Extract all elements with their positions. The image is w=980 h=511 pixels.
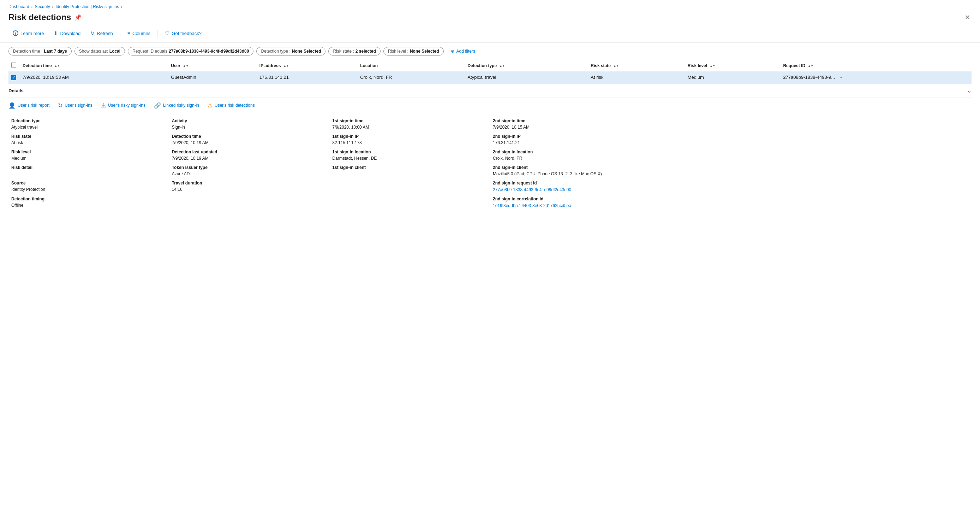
table-header-checkbox[interactable] <box>8 60 20 72</box>
2nd-signin-correlation-id-link[interactable]: 1e19f3ed-fba7-4403-8e03-2d17625cd5ea <box>493 203 571 208</box>
cell-detection-time: 7/9/2020, 10:19:53 AM <box>20 72 168 83</box>
refresh-label: Refresh <box>97 31 113 36</box>
col-ip-address[interactable]: IP address ▲▼ <box>257 60 357 72</box>
detail-2nd-signin-location: 2nd sign-in location Croix, Nord, FR <box>490 147 651 163</box>
cell-location: Croix, Nord, FR <box>357 72 465 83</box>
detail-risk-detail: Risk detail - <box>8 163 169 179</box>
filter-detection-type-label: Detection type : <box>261 49 290 54</box>
download-icon: ⬇ <box>54 30 58 36</box>
filter-risk-state[interactable]: Risk state : 2 selected <box>328 47 380 56</box>
row-checkbox-cell[interactable] <box>8 72 20 83</box>
download-label: Download <box>60 31 81 36</box>
table-row[interactable]: 7/9/2020, 10:19:53 AM GuestAdmin 176.31.… <box>8 72 972 83</box>
filter-risk-level[interactable]: Risk level : None Selected <box>383 47 444 56</box>
user-risk-detections-link[interactable]: ⚠ User's risk detections <box>208 102 255 109</box>
detail-risk-state: Risk state At risk <box>8 132 169 147</box>
sort-icon: ▲▼ <box>499 64 505 67</box>
risk-report-icon: 👤 <box>8 102 16 109</box>
col-request-id[interactable]: Request ID ▲▼ <box>780 60 972 72</box>
filter-request-id-value: 277a08b9-1838-4493-9c4f-d99df2d43d00 <box>169 49 249 54</box>
detail-spacer-11 <box>811 179 972 194</box>
breadcrumb-dashboard[interactable]: Dashboard <box>8 4 29 9</box>
page-title-row: Risk detections 📌 <box>8 12 81 22</box>
detail-spacer-14 <box>651 194 811 210</box>
user-risk-report-link[interactable]: 👤 User's risk report <box>8 102 49 109</box>
breadcrumb-sep-3: › <box>121 5 123 9</box>
sort-icon: ▲▼ <box>808 64 813 67</box>
detail-1st-signin-client: 1st sign-in client <box>329 163 490 179</box>
download-button[interactable]: ⬇ Download <box>49 28 85 38</box>
filter-detection-time[interactable]: Detection time : Last 7 days <box>8 47 72 56</box>
detail-1st-signin-ip: 1st sign-in IP 82.115.111.178 <box>329 132 490 147</box>
filters-row: Detection time : Last 7 days Show dates … <box>0 43 980 60</box>
learn-more-label: Learn more <box>21 31 44 36</box>
cell-detection-type: Atypical travel <box>465 72 588 83</box>
filter-detection-type[interactable]: Detection type : None Selected <box>256 47 326 56</box>
detail-spacer-9 <box>329 179 490 194</box>
add-filter-icon: ⊕ <box>451 49 454 54</box>
detail-spacer-15 <box>811 194 972 210</box>
detail-spacer-13 <box>329 194 490 210</box>
detail-2nd-signin-request-id: 2nd sign-in request id 277a08b9-1838-449… <box>490 179 651 194</box>
detail-detection-last-updated: Detection last updated 7/9/2020, 10:19 A… <box>169 147 330 163</box>
details-panel: Details ⌄ 👤 User's risk report ↻ User's … <box>8 83 972 213</box>
details-header[interactable]: Details ⌄ <box>8 84 972 98</box>
col-detection-time[interactable]: Detection time ▲▼ <box>20 60 168 72</box>
col-location[interactable]: Location <box>357 60 465 72</box>
columns-label: Columns <box>132 31 150 36</box>
detail-spacer-6 <box>811 147 972 163</box>
sort-icon: ▲▼ <box>183 64 189 67</box>
filter-detection-time-label: Detection time : <box>13 49 42 54</box>
filter-request-id[interactable]: Request ID equals 277a08b9-1838-4493-9c4… <box>128 47 253 56</box>
add-filter-button[interactable]: ⊕ Add filters <box>447 47 479 55</box>
sign-ins-icon: ↻ <box>58 102 62 109</box>
cell-ip-address: 176.31.141.21 <box>257 72 357 83</box>
col-detection-type[interactable]: Detection type ▲▼ <box>465 60 588 72</box>
filter-risk-state-value: 2 selected <box>355 49 376 54</box>
details-collapse-icon[interactable]: ⌄ <box>967 87 972 94</box>
details-header-text: Details <box>8 88 24 93</box>
table-header-row: Detection time ▲▼ User ▲▼ IP address ▲▼ … <box>8 60 972 72</box>
filter-request-id-label: Request ID equals <box>132 49 167 54</box>
filter-show-dates-label: Show dates as: <box>79 49 108 54</box>
filter-detection-type-value: None Selected <box>292 49 321 54</box>
sort-icon: ▲▼ <box>613 64 619 67</box>
learn-more-button[interactable]: i Learn more <box>8 28 48 38</box>
header-checkbox[interactable] <box>11 62 16 67</box>
add-filter-label: Add filters <box>457 49 475 54</box>
page-header: Risk detections 📌 ✕ <box>0 11 980 28</box>
detail-1st-signin-time: 1st sign-in time 7/9/2020, 10:00 AM <box>329 116 490 132</box>
breadcrumb-security[interactable]: Security <box>35 4 50 9</box>
filter-show-dates[interactable]: Show dates as: Local <box>75 47 125 56</box>
cell-request-id: 277a08b9-1838-4493-9... ··· <box>780 72 972 83</box>
detail-activity: Activity Sign-in <box>169 116 330 132</box>
2nd-signin-request-id-link[interactable]: 277a08b9-1838-4493-9c4f-d99df2d43d00 <box>493 187 571 192</box>
details-grid: Detection type Atypical travel Activity … <box>8 112 972 213</box>
refresh-button[interactable]: ↻ Refresh <box>86 28 117 38</box>
cell-risk-level: Medium <box>685 72 781 83</box>
detail-detection-timing: Detection timing Offline <box>8 194 169 210</box>
details-actions: 👤 User's risk report ↻ User's sign-ins ⚠… <box>8 98 972 112</box>
feedback-button[interactable]: ♡ Got feedback? <box>161 28 206 38</box>
columns-button[interactable]: ≡ Columns <box>123 28 154 38</box>
close-icon[interactable]: ✕ <box>963 12 972 22</box>
linked-icon: 🔗 <box>154 102 161 109</box>
risk-detections-table: Detection time ▲▼ User ▲▼ IP address ▲▼ … <box>8 60 972 83</box>
sort-icon: ▲▼ <box>54 64 60 67</box>
page-title: Risk detections <box>8 12 71 22</box>
col-risk-level[interactable]: Risk level ▲▼ <box>685 60 781 72</box>
user-risky-sign-ins-link[interactable]: ⚠ User's risky sign-ins <box>101 102 145 109</box>
info-icon: i <box>13 30 18 36</box>
breadcrumb: Dashboard › Security › Identity Protecti… <box>0 0 980 11</box>
detail-2nd-signin-correlation-id: 2nd sign-in correlation id 1e19f3ed-fba7… <box>490 194 651 210</box>
pin-icon[interactable]: 📌 <box>75 14 81 21</box>
linked-risky-sign-in-link[interactable]: 🔗 Linked risky sign-in <box>154 102 199 109</box>
detail-spacer-7 <box>651 163 811 179</box>
col-user[interactable]: User ▲▼ <box>168 60 257 72</box>
detail-spacer-1 <box>651 116 811 132</box>
col-risk-state[interactable]: Risk state ▲▼ <box>588 60 684 72</box>
user-sign-ins-link[interactable]: ↻ User's sign-ins <box>58 102 92 109</box>
row-checkbox[interactable] <box>11 75 16 80</box>
row-ellipsis-button[interactable]: ··· <box>836 74 845 81</box>
breadcrumb-identity-protection[interactable]: Identity Protection | Risky sign-ins <box>56 4 119 9</box>
